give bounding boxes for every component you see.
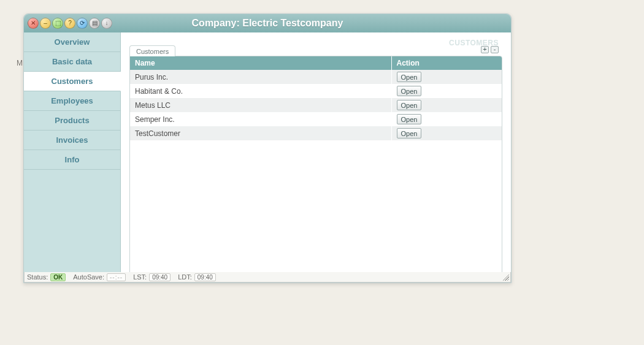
sidebar-item-label: Info [65,155,80,164]
open-button[interactable]: Open [397,114,422,124]
sidebar-item-label: Employees [51,96,93,105]
main-panel: CUSTOMERS + - Customers Name Action Puru… [121,32,511,282]
customer-name-cell: Metus LLC [130,98,391,112]
table-row: Purus Inc.Open [130,70,502,84]
table-row: Habitant & Co.Open [130,84,502,98]
open-button[interactable]: Open [397,86,422,96]
download-icon[interactable]: ↓ [101,18,112,29]
titlebar: ✕–⬚?⟳▤↓ Company: Electric Testcompany [24,14,511,32]
open-button[interactable]: Open [397,100,422,110]
customers-grid: Name Action Purus Inc.OpenHabitant & Co.… [129,56,502,276]
autosave-value: --:-- [107,273,126,281]
tab-customers[interactable]: Customers [129,45,175,56]
customer-name-cell: Semper Inc. [130,112,391,126]
sidebar-item-overview[interactable]: Overview [24,32,120,52]
sidebar-item-label: Basic data [52,57,92,66]
sidebar-item-label: Invoices [56,135,88,145]
sidebar-item-info[interactable]: Info [24,150,120,170]
action-cell: Open [391,98,502,112]
save-icon[interactable]: ⬚ [52,18,63,29]
col-header-name[interactable]: Name [130,56,391,70]
table-row: Metus LLCOpen [130,98,502,112]
refresh-icon[interactable]: ⟳ [77,18,88,29]
lst-value: 09:40 [149,273,171,281]
status-label: Status: [27,273,48,281]
customer-name-cell: TestCustomer [130,126,391,140]
table-row: Semper Inc.Open [130,112,502,126]
window-body: OverviewBasic dataCustomersEmployeesProd… [24,32,511,282]
autosave-label: AutoSave: [73,273,104,281]
ldt-label: LDT: [178,273,192,281]
add-button[interactable]: + [481,46,489,53]
customer-name-cell: Purus Inc. [130,70,391,84]
action-cell: Open [391,70,502,84]
help-icon[interactable]: ? [64,18,75,29]
col-header-action[interactable]: Action [391,56,502,70]
status-value: OK [50,273,66,281]
close-icon[interactable]: ✕ [28,18,39,29]
lst-label: LST: [133,273,147,281]
action-cell: Open [391,126,502,140]
sidebar-item-products[interactable]: Products [24,111,120,131]
open-button[interactable]: Open [397,72,422,82]
sidebar-item-basic-data[interactable]: Basic data [24,52,120,72]
resize-grip-icon[interactable] [502,273,509,281]
background-fragment: M [17,59,23,67]
table-row: TestCustomerOpen [130,126,502,140]
sidebar-item-customers[interactable]: Customers [24,72,121,91]
sidebar-item-invoices[interactable]: Invoices [24,131,120,150]
minimize-icon[interactable]: – [40,18,51,29]
ldt-value: 09:40 [194,273,216,281]
sidebar-item-label: Overview [55,37,90,47]
sidebar-item-label: Customers [52,77,93,86]
app-window: ✕–⬚?⟳▤↓ Company: Electric Testcompany Ov… [23,13,512,283]
action-cell: Open [391,112,502,126]
statusbar: Status: OK AutoSave: --:-- LST: 09:40 LD… [24,272,511,282]
customer-name-cell: Habitant & Co. [130,84,391,98]
action-cell: Open [391,84,502,98]
sidebar-item-employees[interactable]: Employees [24,91,120,111]
remove-button[interactable]: - [491,46,499,53]
sidebar: OverviewBasic dataCustomersEmployeesProd… [24,32,121,282]
clipboard-icon[interactable]: ▤ [89,18,100,29]
open-button[interactable]: Open [397,128,422,138]
window-title: Company: Electric Testcompany [192,18,343,29]
sidebar-item-label: Products [55,116,89,125]
